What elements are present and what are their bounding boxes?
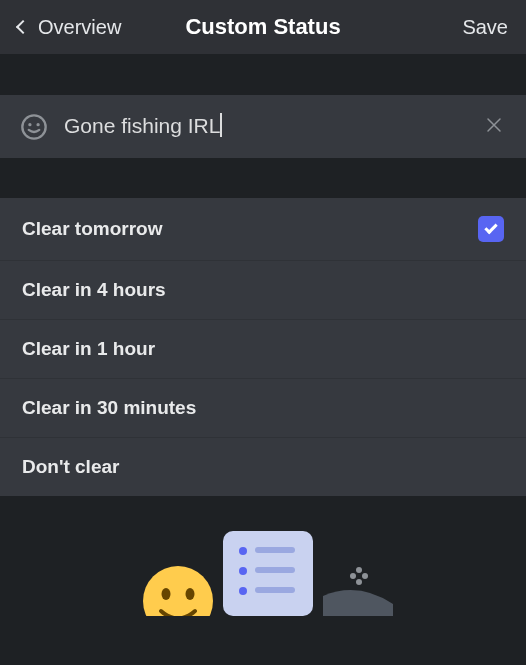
save-button[interactable]: Save xyxy=(398,16,508,39)
option-label: Clear in 30 minutes xyxy=(22,397,196,419)
svg-point-8 xyxy=(239,587,247,595)
clear-options-list: Clear tomorrow Clear in 4 hours Clear in… xyxy=(0,198,526,496)
status-value: Gone fishing IRL xyxy=(64,114,220,137)
header-bar: Overview Custom Status Save xyxy=(0,0,526,55)
text-cursor xyxy=(220,113,222,137)
back-label: Overview xyxy=(38,16,121,39)
svg-rect-5 xyxy=(255,547,295,553)
decorative-illustration xyxy=(93,526,433,616)
checkmark-icon xyxy=(484,220,497,233)
svg-point-2 xyxy=(36,123,39,126)
clear-option-4-hours[interactable]: Clear in 4 hours xyxy=(0,261,526,320)
option-label: Don't clear xyxy=(22,456,119,478)
back-button[interactable]: Overview xyxy=(18,16,128,39)
option-label: Clear in 1 hour xyxy=(22,338,155,360)
clear-option-1-hour[interactable]: Clear in 1 hour xyxy=(0,320,526,379)
svg-point-4 xyxy=(239,547,247,555)
section-gap xyxy=(0,158,526,198)
svg-point-14 xyxy=(362,573,368,579)
clear-option-30-minutes[interactable]: Clear in 30 minutes xyxy=(0,379,526,438)
status-input[interactable]: Gone fishing IRL xyxy=(64,114,466,139)
svg-point-11 xyxy=(162,588,171,600)
svg-point-16 xyxy=(356,579,362,585)
clear-option-dont-clear[interactable]: Don't clear xyxy=(0,438,526,496)
emoji-icon[interactable] xyxy=(20,113,48,141)
svg-point-15 xyxy=(356,567,362,573)
option-label: Clear tomorrow xyxy=(22,218,162,240)
clear-option-tomorrow[interactable]: Clear tomorrow xyxy=(0,198,526,261)
status-input-row[interactable]: Gone fishing IRL xyxy=(0,95,526,158)
clear-input-button[interactable] xyxy=(482,111,506,142)
chevron-left-icon xyxy=(16,20,30,34)
svg-point-1 xyxy=(28,123,31,126)
close-icon xyxy=(486,117,502,133)
illustration-area xyxy=(0,496,526,616)
option-label: Clear in 4 hours xyxy=(22,279,166,301)
svg-point-6 xyxy=(239,567,247,575)
svg-point-10 xyxy=(143,566,213,616)
svg-point-0 xyxy=(22,115,45,138)
page-title: Custom Status xyxy=(128,14,398,40)
svg-rect-3 xyxy=(223,531,313,616)
svg-point-13 xyxy=(350,573,356,579)
checkbox-checked[interactable] xyxy=(478,216,504,242)
section-gap xyxy=(0,55,526,95)
svg-rect-7 xyxy=(255,567,295,573)
svg-rect-9 xyxy=(255,587,295,593)
svg-point-12 xyxy=(186,588,195,600)
